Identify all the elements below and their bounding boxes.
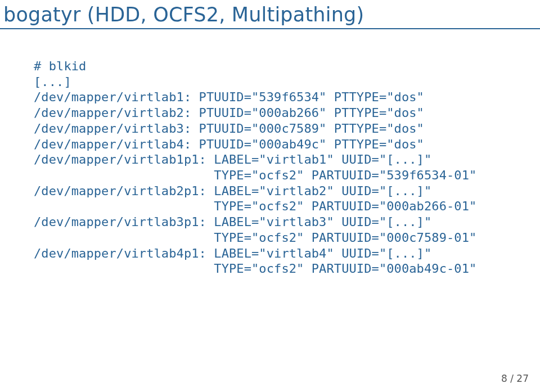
output-line: TYPE="ocfs2" PARTUUID="000c7589-01"	[34, 231, 476, 245]
output-line: /dev/mapper/virtlab4p1: LABEL="virtlab4"…	[34, 246, 431, 260]
output-line: /dev/mapper/virtlab2: PTUUID="000ab266" …	[34, 106, 424, 120]
output-line: /dev/mapper/virtlab3p1: LABEL="virtlab3"…	[34, 215, 431, 229]
output-line: /dev/mapper/virtlab1p1: LABEL="virtlab1"…	[34, 152, 431, 166]
output-line: TYPE="ocfs2" PARTUUID="000ab266-01"	[34, 199, 476, 213]
output-line: TYPE="ocfs2" PARTUUID="539f6534-01"	[34, 168, 476, 182]
slide-title: bogatyr (HDD, OCFS2, Multipathing)	[0, 0, 540, 29]
output-line: /dev/mapper/virtlab1: PTUUID="539f6534" …	[34, 90, 424, 104]
output-line: /dev/mapper/virtlab4: PTUUID="000ab49c" …	[34, 137, 424, 151]
terminal-output: # blkid [...] /dev/mapper/virtlab1: PTUU…	[34, 58, 540, 277]
output-line: TYPE="ocfs2" PARTUUID="000ab49c-01"	[34, 262, 476, 276]
output-line: /dev/mapper/virtlab2p1: LABEL="virtlab2"…	[34, 184, 431, 198]
cmd-line: # blkid	[34, 59, 86, 73]
ellipsis-line: [...]	[34, 75, 71, 89]
slide-content: # blkid [...] /dev/mapper/virtlab1: PTUU…	[0, 29, 540, 277]
output-line: /dev/mapper/virtlab3: PTUUID="000c7589" …	[34, 121, 424, 136]
page-number: 8 / 27	[501, 373, 529, 384]
